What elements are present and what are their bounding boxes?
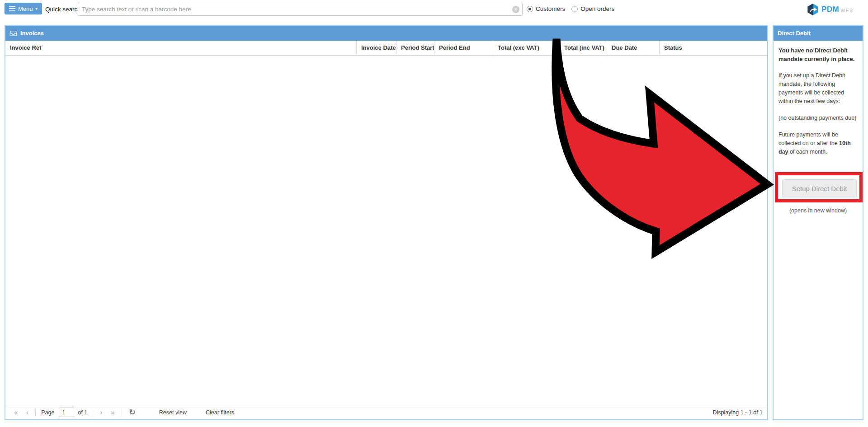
column-header-total-inc-vat[interactable]: Total (inc VAT): [559, 41, 607, 55]
caret-down-icon: ▾: [36, 7, 38, 11]
inbox-icon: [9, 30, 17, 37]
direct-debit-panel-title: Direct Debit: [778, 30, 811, 37]
invoices-grid-body: [5, 56, 767, 405]
menu-button-label: Menu: [18, 5, 33, 12]
clear-search-icon[interactable]: ×: [512, 6, 519, 13]
radio-customers-dot: [527, 6, 533, 12]
column-header-invoice-ref[interactable]: Invoice Ref: [5, 41, 356, 55]
no-outstanding-text: (no outstanding payments due): [778, 114, 858, 122]
direct-debit-panel: Direct Debit You have no Direct Debit ma…: [773, 25, 863, 420]
prev-page-icon[interactable]: ‹: [22, 408, 33, 417]
refresh-icon[interactable]: ↻: [125, 408, 140, 417]
pdm-logo-icon: [807, 3, 819, 16]
pdm-web-logo: PDM WEB: [807, 3, 853, 16]
invoices-panel-title: Invoices: [20, 30, 44, 37]
future-payments-text: Future payments will be collected on or …: [778, 131, 858, 156]
search-input[interactable]: [78, 4, 512, 15]
radio-open-orders-label: Open orders: [580, 5, 614, 12]
radio-open-orders-dot: [571, 6, 578, 12]
top-bar: Menu ▾ Quick search: × Customers Open or…: [0, 0, 868, 22]
invoices-panel-header: Invoices: [5, 26, 767, 41]
direct-debit-body: You have no Direct Debit mandate current…: [774, 41, 863, 156]
invoices-panel: Invoices Invoice Ref Invoice Date↓ Perio…: [5, 25, 768, 420]
radio-open-orders[interactable]: Open orders: [571, 5, 614, 12]
page-number-input[interactable]: [59, 408, 74, 417]
setup-direct-debit-button[interactable]: Setup Direct Debit: [782, 179, 857, 197]
no-mandate-text: You have no Direct Debit mandate current…: [778, 46, 858, 63]
displaying-status: Displaying 1 - 1 of 1: [713, 409, 763, 416]
column-header-period-start[interactable]: Period Start: [396, 41, 434, 55]
direct-debit-panel-header: Direct Debit: [774, 26, 863, 41]
setup-info-text: If you set up a Direct Debit mandate, th…: [778, 71, 858, 106]
reset-view-button[interactable]: Reset view: [159, 409, 187, 416]
column-header-invoice-date[interactable]: Invoice Date↓: [356, 41, 396, 55]
invoices-grid-header: Invoice Ref Invoice Date↓ Period Start P…: [5, 41, 767, 56]
logo-text-pdm: PDM: [821, 5, 839, 14]
next-page-icon[interactable]: ›: [96, 408, 106, 417]
radio-customers-label: Customers: [536, 5, 565, 12]
column-header-total-exc-vat[interactable]: Total (exc VAT): [493, 41, 559, 55]
first-page-icon[interactable]: «: [10, 408, 22, 417]
page-of-label: of 1: [78, 409, 87, 416]
invoices-toolbar: « ‹ Page of 1 › » ↻ Reset view Clear fil…: [5, 405, 767, 419]
clear-filters-button[interactable]: Clear filters: [206, 409, 234, 416]
menu-button[interactable]: Menu ▾: [5, 3, 42, 14]
opens-new-window-note: (opens in new window): [774, 207, 863, 214]
last-page-icon[interactable]: »: [107, 408, 119, 417]
quick-search-label: Quick search:: [45, 6, 83, 13]
radio-customers[interactable]: Customers: [527, 5, 565, 12]
quick-search-box: ×: [78, 3, 523, 16]
hamburger-icon: [9, 6, 15, 11]
column-header-status[interactable]: Status: [659, 41, 767, 55]
column-header-due-date[interactable]: Due Date: [607, 41, 659, 55]
column-header-period-end[interactable]: Period End: [434, 41, 493, 55]
logo-text-web: WEB: [840, 6, 853, 13]
search-scope-radios: Customers Open orders: [527, 5, 614, 12]
page-label: Page: [41, 409, 54, 416]
